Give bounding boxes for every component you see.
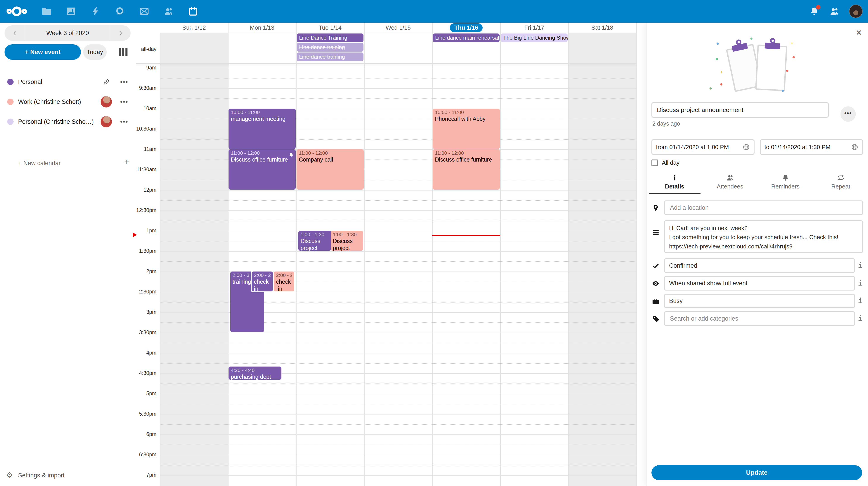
calendar-list-item[interactable]: Personal••• [0,72,135,92]
eye-icon [652,280,659,287]
allday-event[interactable]: Line dance training [297,43,364,52]
allday-event[interactable]: Line dance main rehearsal [433,33,500,42]
calendar-actions-icon[interactable]: ••• [119,118,130,125]
visibility-select[interactable]: When shared show full event [664,276,855,290]
event-title: check-in [254,278,271,291]
grid-hour-line [160,434,636,435]
allday-event[interactable]: Line dance training [297,53,364,61]
day-label: Tue 1/14 [319,24,342,31]
allday-event[interactable]: Line Dance Training [297,33,364,42]
tab-attendees[interactable]: Attendees [702,173,758,194]
last-modified-label: 2 days ago [652,120,680,127]
event-title: check-in [276,278,292,291]
week-view-toggle-icon[interactable] [119,48,127,56]
day-header-mon[interactable]: Mon 1/13 [228,23,296,33]
event-check-in[interactable]: 2:00 - 2:30check-in [252,271,273,291]
nextcloud-logo-icon[interactable] [6,5,27,18]
calendar-list-item[interactable]: Work (Christine Schott)••• [0,92,135,112]
visibility-info-icon[interactable]: i [858,279,862,287]
time-axis-label: 5:30pm [135,411,156,417]
status-info-icon[interactable]: i [858,262,862,269]
event-title-input[interactable] [651,102,829,118]
start-datetime-field[interactable]: from 01/14/2020 at 1:00 PM [651,139,754,155]
share-link-icon[interactable] [100,76,112,88]
event-phonecall-with-abby[interactable]: 10:00 - 11:00Phonecall with Abby [433,109,500,149]
time-axis-label: 4:30pm [135,370,156,376]
close-icon[interactable]: × [856,28,862,37]
event-discuss-project[interactable]: 1:00 - 1:30Discuss project [331,231,363,251]
timezone-globe-icon[interactable] [851,143,859,151]
all-day-toggle[interactable]: All day [651,159,680,166]
event-time-label: 11:00 - 12:00 [299,150,362,156]
event-actions-menu-button[interactable]: ••• [840,106,856,122]
user-avatar[interactable] [849,4,863,18]
tab-repeat[interactable]: Repeat [813,173,868,194]
app-contacts-icon[interactable] [164,6,174,16]
event-discuss-office-furniture[interactable]: 11:00 - 12:00Discuss office furniture [228,149,296,190]
end-datetime-field[interactable]: to 01/14/2020 at 1:30 PM [760,139,863,155]
weekend-shading [160,33,228,63]
calendar-actions-icon[interactable]: ••• [119,98,130,106]
shared-by-avatar-wrap[interactable] [100,96,112,108]
all-day-checkbox[interactable] [651,160,658,166]
contacts-menu-icon[interactable] [829,6,839,16]
calendar-color-dot [7,119,13,125]
app-calendar-icon[interactable] [188,6,198,16]
next-week-button[interactable] [110,25,131,41]
today-button[interactable]: Today [83,44,107,60]
settings-import-row[interactable]: ⚙ Settings & import [0,469,135,482]
new-event-button[interactable]: + New event [4,44,81,60]
allday-event[interactable]: The Big Line Dancing Show [501,33,567,42]
notifications-bell-icon[interactable] [809,6,819,16]
update-button[interactable]: Update [651,465,862,480]
grid-hour-line [160,68,636,68]
new-calendar-row: + New calendar + [0,153,135,173]
app-files-icon[interactable] [41,6,52,16]
event-title: Discuss project [333,237,361,251]
grid-hour-line [160,455,636,455]
grid-vertical-line [160,33,160,486]
day-header-sat[interactable]: Sat 1/18 [568,23,636,33]
timezone-globe-icon[interactable] [742,143,750,151]
new-calendar-button[interactable]: + New calendar [18,160,61,167]
status-select[interactable]: Confirmed [664,258,855,273]
day-header-thu[interactable]: Thu 1/16 [432,23,500,33]
calendar-actions-icon[interactable]: ••• [119,79,130,86]
previous-week-button[interactable] [4,25,25,41]
app-activity-icon[interactable] [90,6,100,16]
tab-details[interactable]: Details [647,173,702,194]
location-input-field[interactable] [669,204,858,212]
current-week-label[interactable]: Week 3 of 2020 [25,25,110,41]
shared-by-avatar-wrap[interactable] [100,116,112,127]
freebusy-select[interactable]: Busy [664,294,855,308]
freebusy-info-icon[interactable]: i [858,297,862,305]
categories-input-field[interactable] [669,315,850,323]
calendar-name: Work (Christine Schott) [18,98,95,106]
app-photos-icon[interactable] [66,6,76,16]
event-company-call[interactable]: 11:00 - 12:00Company call [297,149,364,190]
app-mail-icon[interactable] [139,6,149,16]
plus-icon[interactable]: + [124,157,129,167]
event-time-label: 1:00 - 1:30 [333,232,361,237]
categories-input[interactable] [664,311,855,326]
day-header-wed[interactable]: Wed 1/15 [364,23,432,33]
top-navigation-bar [0,0,868,23]
day-header-fri[interactable]: Fri 1/17 [500,23,568,33]
categories-info-icon[interactable]: i [858,314,862,322]
event-title: Discuss office furniture [435,156,498,163]
location-input[interactable] [664,200,863,215]
description-textarea[interactable]: Hi Carl! are you in next week? I got som… [664,220,863,253]
time-axis-label: 6pm [135,431,156,437]
event-management-meeting[interactable]: 10:00 - 11:00management meeting [228,109,296,149]
event-title: Discuss office furniture [231,156,293,163]
event-check-in[interactable]: 2:00 - 2:30check-in [274,271,294,291]
day-header-tue[interactable]: Tue 1/14 [296,23,364,33]
bell-icon [782,174,789,181]
day-label: Mon 1/13 [250,24,274,31]
event-discuss-project-announcement[interactable]: 1:00 - 1:30Discuss project announcement [298,231,331,251]
app-talk-icon[interactable] [115,6,125,16]
event-discuss-office-furniture[interactable]: 11:00 - 12:00Discuss office furniture [433,149,500,190]
event-purchasing-dept[interactable]: 4:20 - 4:40purchasing dept [228,367,281,380]
calendar-list-item[interactable]: Personal (Christine Scho…)••• [0,112,135,132]
tab-reminders[interactable]: Reminders [758,173,813,194]
